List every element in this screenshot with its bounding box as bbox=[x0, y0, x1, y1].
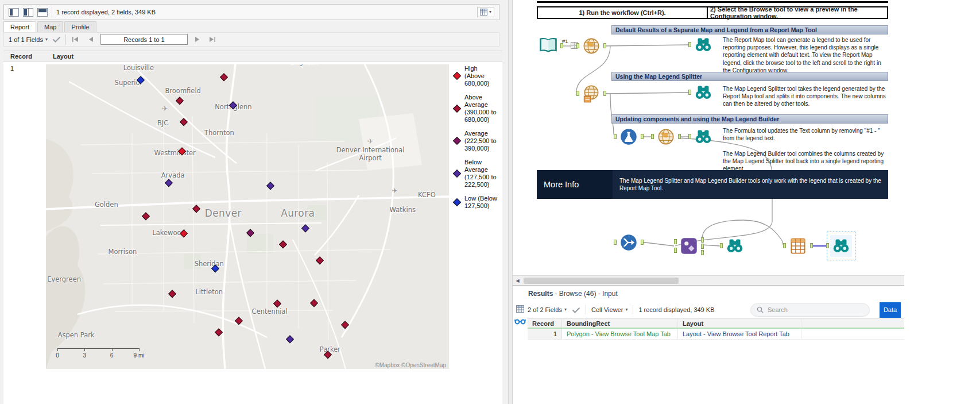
section-body-builder: The Formula tool updates the Text column… bbox=[723, 127, 888, 172]
airport-icon: ✈ bbox=[367, 137, 373, 145]
results-cell-layout[interactable]: Layout - View Browse Tool Report Tab bbox=[678, 329, 801, 339]
last-record-button[interactable] bbox=[207, 35, 218, 44]
binoculars-icon bbox=[724, 235, 746, 257]
more-info-title: More Info bbox=[537, 170, 613, 199]
input-anchor bbox=[720, 243, 723, 248]
results-table-icon[interactable] bbox=[516, 305, 524, 313]
more-info-body: The Map Legend Splitter and Map Legend B… bbox=[613, 170, 888, 199]
search-icon bbox=[757, 306, 764, 313]
workflow-canvas[interactable]: 1) Run the workflow (Ctrl+R). 2) Select … bbox=[513, 0, 904, 275]
canvas-horizontal-scrollbar[interactable]: ◀ bbox=[513, 275, 904, 285]
input-anchor bbox=[688, 42, 691, 47]
results-header-row: Record BoundingRect Layout bbox=[528, 318, 904, 329]
tool-browse-2[interactable] bbox=[692, 82, 714, 103]
legend-label: Average (222,500 to 390,000) bbox=[464, 130, 498, 152]
fields-dropdown-label: 1 of 1 Fields bbox=[9, 36, 43, 43]
purple-macro-icon bbox=[678, 235, 700, 257]
input-anchor bbox=[576, 43, 579, 48]
tab-map[interactable]: Map bbox=[37, 21, 63, 32]
browse-toolbar: 1 record displayed, 2 fields, 349 KB ▾ bbox=[3, 4, 499, 20]
search-placeholder: Search bbox=[768, 306, 788, 313]
tool-table[interactable] bbox=[787, 235, 809, 257]
binoculars-icon bbox=[692, 126, 714, 148]
legend-item: Low (Below 127,500) bbox=[453, 195, 502, 210]
globe-icon bbox=[580, 35, 602, 57]
legend-diamond-icon bbox=[453, 105, 461, 113]
results-title-label: Results bbox=[528, 290, 553, 298]
tool-map-input[interactable] bbox=[537, 35, 559, 57]
binoculars-icon bbox=[692, 34, 714, 56]
canvas-top-rule bbox=[537, 1, 888, 3]
panel-splitter[interactable] bbox=[508, 0, 513, 404]
results-fields-dropdown[interactable]: 2 of 2 Fields ▾ bbox=[528, 306, 567, 313]
record-number-cell: 1 bbox=[3, 61, 46, 369]
toolbar-separator bbox=[586, 305, 586, 314]
tool-legend-macro[interactable] bbox=[678, 235, 700, 257]
layout-single-pane-icon[interactable] bbox=[9, 8, 19, 17]
tool-browse-4[interactable] bbox=[724, 235, 746, 257]
tool-browse-1[interactable] bbox=[692, 34, 714, 56]
apply-check-icon[interactable] bbox=[572, 307, 580, 313]
results-cell-boundingrect[interactable]: Polygon - View Browse Tool Map Tab bbox=[562, 329, 678, 339]
first-record-button[interactable] bbox=[71, 35, 81, 44]
toolbar-separator bbox=[633, 305, 633, 314]
section-header-builder: Updating components and using the Map Le… bbox=[611, 114, 888, 124]
results-title: Results - Browse (46) - Input bbox=[513, 286, 904, 301]
legend-item: High (Above 680,000) bbox=[453, 65, 502, 87]
records-range-box: Records 1 to 1 bbox=[100, 34, 188, 45]
chevron-down-icon: ▾ bbox=[625, 307, 627, 312]
record-navigation-bar: 1 of 1 Fields ▾ Records 1 to 1 bbox=[3, 32, 499, 47]
input-anchor bbox=[688, 134, 691, 139]
map-legend: High (Above 680,000)Above Average (390,0… bbox=[453, 64, 502, 369]
results-side-strip bbox=[513, 301, 528, 340]
legend-item: Average (222,500 to 390,000) bbox=[453, 130, 502, 152]
results-col-layout: Layout bbox=[678, 319, 801, 328]
previous-record-button[interactable] bbox=[86, 35, 96, 44]
tool-formula[interactable] bbox=[618, 126, 640, 148]
output-anchor bbox=[641, 134, 644, 139]
scale-label: 0 bbox=[56, 352, 59, 359]
glasses-icon[interactable] bbox=[514, 318, 526, 325]
cell-viewer-dropdown[interactable]: Cell Viewer ▾ bbox=[591, 306, 627, 313]
grid-header-row: Record Layout bbox=[3, 51, 502, 61]
table-options-button[interactable]: ▾ bbox=[477, 7, 494, 17]
layout-vertical-split-icon[interactable] bbox=[23, 8, 33, 17]
book-icon bbox=[537, 35, 559, 57]
map-attribution: ©Mapbox ©OpenStreetMap bbox=[375, 362, 446, 368]
map-canvas[interactable]: 0 3 6 9 mi ©Mapbox ©OpenStreetMap Louisv… bbox=[46, 64, 449, 369]
tool-browse-selected[interactable] bbox=[830, 235, 852, 257]
layout-horizontal-split-icon[interactable] bbox=[37, 8, 48, 17]
tool-map-legend-splitter[interactable] bbox=[580, 83, 602, 105]
input-anchor bbox=[783, 243, 786, 248]
results-fields-label: 2 of 2 Fields bbox=[528, 306, 562, 313]
output-anchor bbox=[603, 91, 606, 96]
data-button[interactable]: Data bbox=[880, 302, 901, 318]
chevron-down-icon: ▾ bbox=[489, 10, 491, 14]
search-input[interactable]: Search bbox=[750, 303, 870, 317]
instruction-step-1: 1) Run the workflow (Ctrl+R). bbox=[537, 6, 708, 19]
tool-report-map[interactable] bbox=[580, 35, 602, 57]
tab-profile[interactable]: Profile bbox=[64, 21, 96, 32]
binoculars-icon bbox=[692, 82, 714, 103]
screen: 1 record displayed, 2 fields, 349 KB ▾ R… bbox=[0, 0, 980, 404]
formula-flask-icon bbox=[618, 126, 640, 148]
tool-union[interactable] bbox=[618, 232, 640, 253]
input-anchor bbox=[651, 134, 654, 139]
fields-dropdown[interactable]: 1 of 1 Fields ▾ bbox=[9, 36, 48, 43]
legend-item: Below Average (127,500 to 222,500) bbox=[453, 159, 502, 188]
output-anchor bbox=[701, 244, 704, 249]
section-header-default-results: Default Results of a Separate Map and Le… bbox=[611, 25, 888, 34]
chevron-down-icon: ▾ bbox=[45, 37, 48, 42]
legend-label: High (Above 680,000) bbox=[464, 65, 498, 87]
input-anchor bbox=[826, 243, 829, 248]
scroll-left-arrow[interactable]: ◀ bbox=[513, 278, 522, 283]
section-body-splitter: The Map Legend Splitter tool takes the l… bbox=[723, 85, 888, 108]
tab-report[interactable]: Report bbox=[3, 21, 36, 32]
apply-check-icon[interactable] bbox=[52, 36, 61, 43]
globe-builder-icon bbox=[655, 126, 677, 148]
tool-map-legend-builder[interactable] bbox=[655, 126, 677, 148]
next-record-button[interactable] bbox=[192, 35, 203, 44]
output-anchor bbox=[560, 43, 563, 48]
tool-browse-3[interactable] bbox=[692, 126, 714, 148]
scrollbar-thumb[interactable] bbox=[524, 278, 679, 284]
